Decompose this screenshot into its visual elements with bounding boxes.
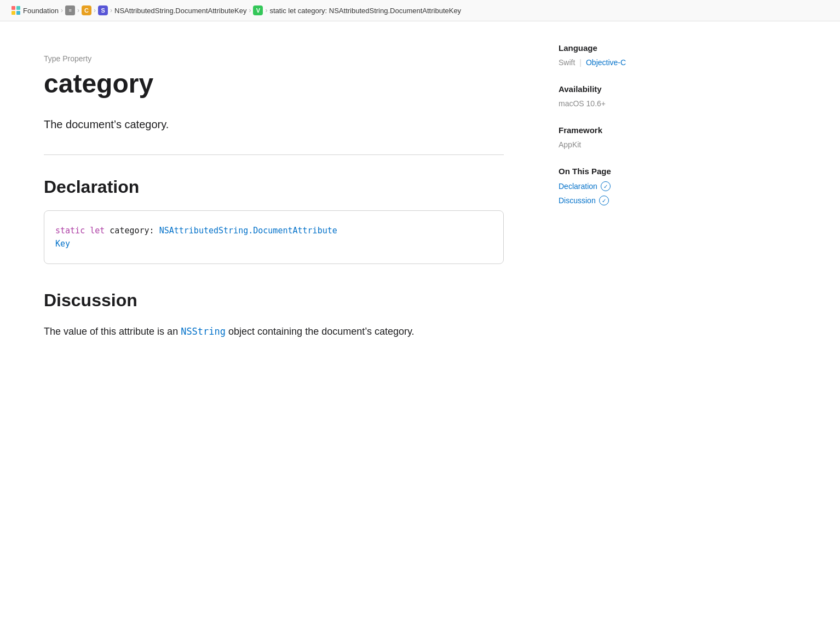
page-container: Type Property category The document’s ca… bbox=[0, 21, 840, 616]
code-keyword-let: let bbox=[90, 226, 105, 236]
breadcrumb-nsattributedstring[interactable]: NSAttributedString.DocumentAttributeKey bbox=[114, 7, 246, 15]
breadcrumb-sep-2: › bbox=[77, 7, 79, 14]
page-title: category bbox=[44, 70, 504, 99]
svg-rect-0 bbox=[11, 6, 15, 10]
code-name: category: bbox=[110, 226, 159, 236]
s-icon: S bbox=[98, 5, 108, 15]
breadcrumb-nsattributedstring-label: NSAttributedString.DocumentAttributeKey bbox=[114, 7, 246, 15]
sidebar-language-section: Language Swift | Objective-C bbox=[559, 43, 684, 67]
nsstring-link[interactable]: NSString bbox=[181, 326, 226, 337]
breadcrumb-foundation-label: Foundation bbox=[23, 7, 59, 15]
discussion-heading: Discussion bbox=[44, 290, 504, 311]
sidebar-availability-section: Availability macOS 10.6+ bbox=[559, 84, 684, 108]
sidebar-framework-heading: Framework bbox=[559, 125, 684, 135]
sidebar-on-this-page-section: On This Page Declaration ✓ Discussion ✓ bbox=[559, 167, 684, 205]
breadcrumb-list[interactable]: ≡ bbox=[65, 5, 75, 15]
declaration-heading: Declaration bbox=[44, 177, 504, 197]
discussion-after: object containing the document’s categor… bbox=[226, 326, 415, 337]
breadcrumb: Foundation › ≡ › C › S › NSAttributedStr… bbox=[0, 0, 840, 21]
breadcrumb-c[interactable]: C bbox=[82, 5, 91, 15]
svg-rect-3 bbox=[16, 11, 20, 15]
declaration-link[interactable]: Declaration ✓ bbox=[559, 181, 611, 191]
svg-rect-2 bbox=[11, 11, 15, 15]
discussion-link[interactable]: Discussion ✓ bbox=[559, 196, 609, 205]
breadcrumb-sep-4: › bbox=[110, 7, 112, 14]
sidebar-availability-heading: Availability bbox=[559, 84, 684, 94]
sidebar-framework-section: Framework AppKit bbox=[559, 125, 684, 149]
declaration-circle-icon: ✓ bbox=[601, 181, 611, 191]
breadcrumb-sep-3: › bbox=[94, 7, 96, 14]
foundation-grid-icon bbox=[11, 5, 21, 15]
language-row: Swift | Objective-C bbox=[559, 58, 684, 67]
breadcrumb-current: static let category: NSAttributedString.… bbox=[269, 7, 461, 15]
breadcrumb-sep-5: › bbox=[249, 7, 251, 14]
sidebar: Language Swift | Objective-C Availabilit… bbox=[548, 21, 701, 616]
lang-divider: | bbox=[579, 58, 582, 67]
breadcrumb-sep-6: › bbox=[265, 7, 267, 14]
discussion-link-label: Discussion bbox=[559, 196, 596, 205]
list-icon: ≡ bbox=[65, 5, 75, 15]
v-icon: V bbox=[253, 5, 263, 15]
discussion-before: The value of this attribute is an bbox=[44, 326, 181, 337]
main-content: Type Property category The document’s ca… bbox=[0, 21, 548, 616]
breadcrumb-foundation[interactable]: Foundation bbox=[11, 5, 59, 15]
description: The document’s category. bbox=[44, 116, 504, 133]
breadcrumb-sep-1: › bbox=[61, 7, 63, 14]
on-this-page-discussion[interactable]: Discussion ✓ bbox=[559, 196, 684, 205]
on-this-page-declaration[interactable]: Declaration ✓ bbox=[559, 181, 684, 191]
breadcrumb-v[interactable]: V bbox=[253, 5, 263, 15]
sidebar-availability-value: macOS 10.6+ bbox=[559, 99, 684, 108]
discussion-circle-icon: ✓ bbox=[599, 196, 609, 205]
objc-link[interactable]: Objective-C bbox=[586, 58, 626, 67]
breadcrumb-current-label: static let category: NSAttributedString.… bbox=[269, 7, 461, 15]
type-property-label: Type Property bbox=[44, 54, 504, 63]
c-icon: C bbox=[82, 5, 91, 15]
grid-svg bbox=[11, 5, 21, 15]
swift-label: Swift bbox=[559, 58, 575, 67]
divider bbox=[44, 154, 504, 155]
discussion-text: The value of this attribute is an NSStri… bbox=[44, 324, 504, 340]
declaration-link-label: Declaration bbox=[559, 182, 597, 191]
svg-rect-1 bbox=[16, 6, 20, 10]
breadcrumb-s[interactable]: S bbox=[98, 5, 108, 15]
code-keyword-static: static bbox=[55, 226, 85, 236]
sidebar-framework-value: AppKit bbox=[559, 140, 684, 149]
code-block: static let category: NSAttributedString.… bbox=[44, 210, 504, 264]
sidebar-language-heading: Language bbox=[559, 43, 684, 53]
sidebar-on-this-page-heading: On This Page bbox=[559, 167, 684, 176]
